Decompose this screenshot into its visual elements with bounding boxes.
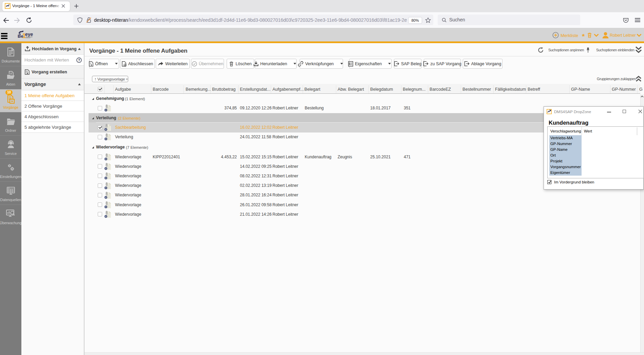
svg-text:?: ? xyxy=(78,58,80,62)
svg-text:eye: eye xyxy=(25,32,33,37)
